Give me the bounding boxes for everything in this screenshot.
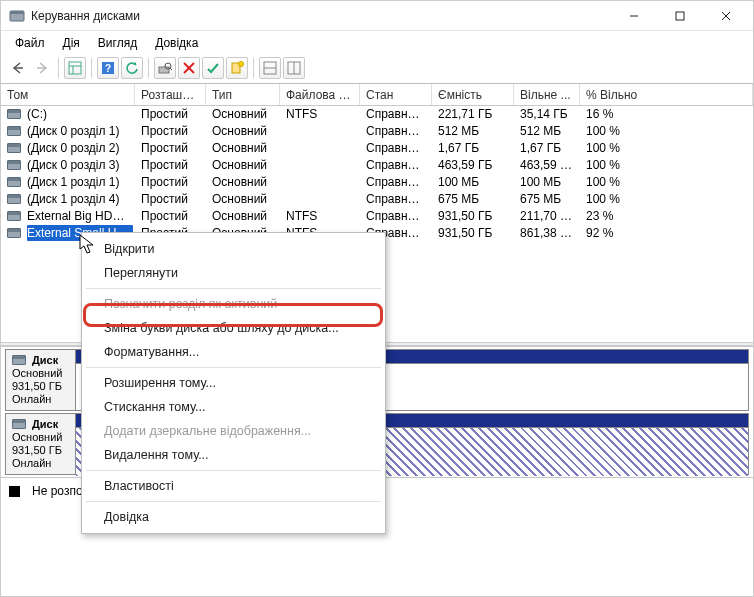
disk-icon: [7, 109, 21, 119]
titlebar: Керування дисками: [1, 1, 753, 31]
col-layout[interactable]: Розташув...: [135, 84, 206, 105]
close-button[interactable]: [703, 1, 749, 31]
col-type[interactable]: Тип: [206, 84, 280, 105]
table-row[interactable]: External Big HDD (...ПростийОсновнийNTFS…: [1, 208, 753, 225]
table-row[interactable]: (Диск 0 розділ 2)ПростийОсновнийСправний…: [1, 140, 753, 157]
ctx-shrink[interactable]: Стискання тому...: [82, 395, 385, 419]
menubar: Файл Дія Вигляд Довідка: [1, 31, 753, 55]
ctx-add-mirror: Додати дзеркальне відображення...: [82, 419, 385, 443]
rescan-button[interactable]: [154, 57, 176, 79]
disk-icon: [12, 419, 26, 429]
disk-pane-header: Диск Основний931,50 ГБОнлайн: [6, 350, 76, 410]
ctx-delete[interactable]: Видалення тому...: [82, 443, 385, 467]
menu-file[interactable]: Файл: [7, 33, 53, 53]
svg-line-15: [170, 68, 172, 70]
new-button[interactable]: [226, 57, 248, 79]
col-state[interactable]: Стан: [360, 84, 432, 105]
back-button[interactable]: [7, 57, 29, 79]
ctx-format[interactable]: Форматування...: [82, 340, 385, 364]
disk-icon: [7, 211, 21, 221]
ctx-mark-active: Позначити розділ як активний: [82, 292, 385, 316]
svg-rect-3: [676, 12, 684, 20]
ctx-explore[interactable]: Переглянути: [82, 261, 385, 285]
app-icon: [9, 8, 25, 24]
ctx-help[interactable]: Довідка: [82, 505, 385, 529]
minimize-button[interactable]: [611, 1, 657, 31]
col-capacity[interactable]: Ємність: [432, 84, 514, 105]
menu-action[interactable]: Дія: [55, 33, 88, 53]
layout1-button[interactable]: [259, 57, 281, 79]
table-row[interactable]: (Диск 0 розділ 3)ПростийОсновнийСправний…: [1, 157, 753, 174]
ctx-open[interactable]: Відкрити: [82, 237, 385, 261]
disk-icon: [7, 177, 21, 187]
table-row[interactable]: (Диск 0 розділ 1)ПростийОсновнийСправний…: [1, 123, 753, 140]
volume-table[interactable]: (C:)ПростийОсновнийNTFSСправний...221,71…: [1, 106, 753, 242]
svg-text:?: ?: [105, 63, 111, 74]
ctx-properties[interactable]: Властивості: [82, 474, 385, 498]
layout2-button[interactable]: [283, 57, 305, 79]
forward-button[interactable]: [31, 57, 53, 79]
column-headers: Том Розташув... Тип Файлова си... Стан Є…: [1, 84, 753, 106]
ctx-change-drive-letter[interactable]: Зміна букви диска або шляху до диска...: [82, 316, 385, 340]
disk-icon: [7, 160, 21, 170]
menu-help[interactable]: Довідка: [147, 33, 206, 53]
toolbar: ?: [1, 55, 753, 84]
delete-button[interactable]: [178, 57, 200, 79]
disk-icon: [12, 355, 26, 365]
window-title: Керування дисками: [31, 9, 611, 23]
col-free[interactable]: Вільне ...: [514, 84, 580, 105]
disk-icon: [7, 194, 21, 204]
col-volume[interactable]: Том: [1, 84, 135, 105]
svg-rect-1: [10, 11, 24, 14]
disk-icon: [7, 126, 21, 136]
context-menu: Відкрити Переглянути Позначити розділ як…: [81, 232, 386, 534]
disk-pane-header: Диск Основний931,50 ГБОнлайн: [6, 414, 76, 474]
disk-icon: [7, 143, 21, 153]
table-row[interactable]: (Диск 1 розділ 1)ПростийОсновнийСправний…: [1, 174, 753, 191]
menu-view[interactable]: Вигляд: [90, 33, 145, 53]
svg-point-19: [239, 62, 244, 67]
col-fs[interactable]: Файлова си...: [280, 84, 360, 105]
view-panes-button[interactable]: [64, 57, 86, 79]
disk-icon: [7, 228, 21, 238]
help-button[interactable]: ?: [97, 57, 119, 79]
table-row[interactable]: (C:)ПростийОсновнийNTFSСправний...221,71…: [1, 106, 753, 123]
apply-button[interactable]: [202, 57, 224, 79]
maximize-button[interactable]: [657, 1, 703, 31]
legend-swatch-unallocated: [9, 486, 20, 497]
ctx-extend[interactable]: Розширення тому...: [82, 371, 385, 395]
col-pctfree[interactable]: % Вільно: [580, 84, 753, 105]
svg-rect-8: [69, 62, 81, 74]
svg-rect-13: [159, 67, 169, 73]
table-row[interactable]: (Диск 1 розділ 4)ПростийОсновнийСправний…: [1, 191, 753, 208]
refresh-button[interactable]: [121, 57, 143, 79]
